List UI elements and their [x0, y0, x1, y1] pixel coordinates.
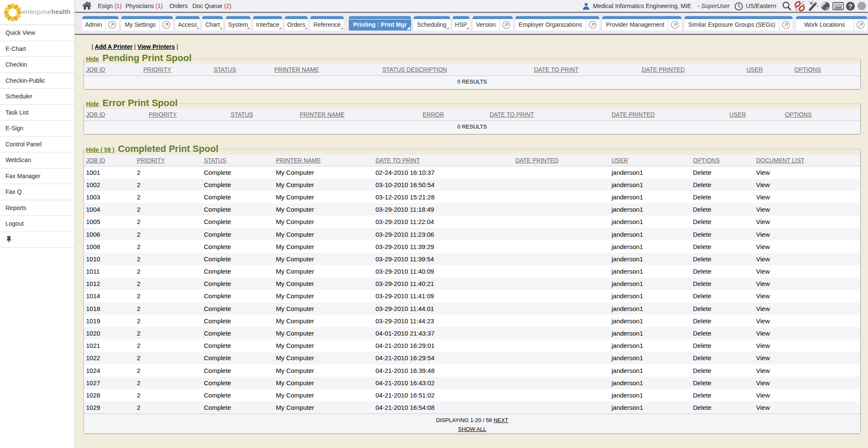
svg-text:?: ?: [849, 2, 852, 9]
